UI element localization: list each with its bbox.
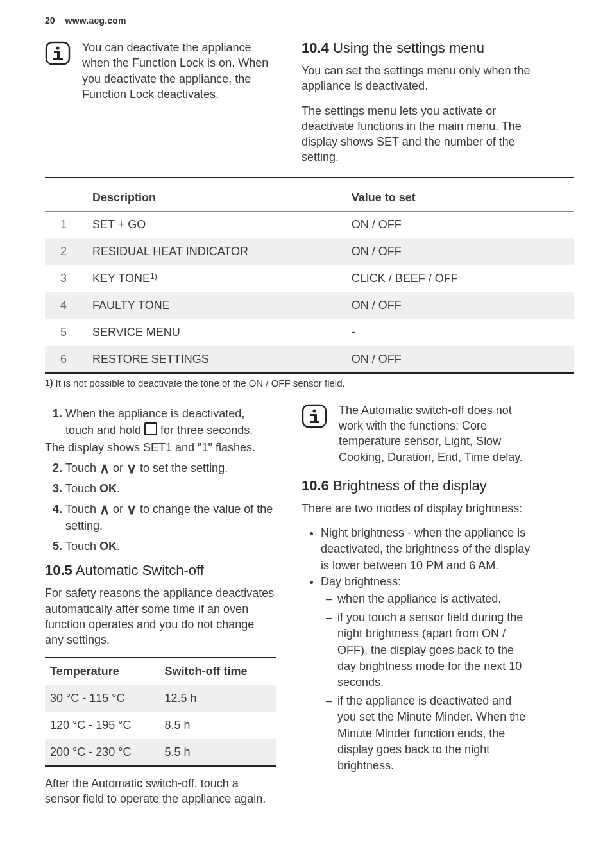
heading-10-5: 10.5 Automatic Switch-off [45, 562, 276, 579]
settings-table-wrap: Description Value to set 1 SET + GO ON /… [45, 177, 574, 388]
list-item: when the appliance is activated. [337, 591, 532, 607]
heading-title: Automatic Switch-off [76, 562, 204, 578]
table-row: 4 FAULTY TONE ON / OFF [45, 292, 574, 319]
steps-list: Touch ∧ or ∨ to set the setting. Touch O… [45, 460, 276, 555]
chevron-down-icon: ∨ [126, 501, 137, 517]
svg-point-1 [56, 46, 59, 49]
cell-temp: 120 °C - 195 °C [45, 712, 159, 739]
cell-time: 12.5 h [159, 685, 276, 712]
info-icon [302, 404, 327, 431]
list-item: if you touch a sensor field during the n… [337, 610, 532, 690]
para-10-4-1: You can set the settings menu only when … [302, 63, 532, 94]
svg-rect-4 [53, 58, 63, 60]
heading-10-6: 10.6 Brightness of the display [302, 478, 532, 494]
ok-label: OK [99, 540, 117, 553]
list-item: Night brightness - when the appliance is… [321, 525, 532, 574]
cell-time: 5.5 h [159, 739, 276, 766]
para-10-4-2: The settings menu lets you activate or d… [302, 103, 532, 165]
th-blank [45, 185, 87, 212]
cell-desc: SERVICE MENU [87, 319, 346, 346]
step-text: Touch [65, 462, 99, 474]
heading-title: Brightness of the display [333, 478, 487, 494]
cell-desc: KEY TONE1) [87, 265, 346, 292]
chevron-up-icon: ∧ [99, 501, 110, 517]
info-note-text: The Automatic switch-off does not work w… [339, 403, 532, 465]
info-note-text: You can deactivate the appliance when th… [82, 40, 276, 102]
brightness-sublist: when the appliance is activated. if you … [321, 591, 532, 774]
steps-list: When the appliance is deactivated, touch… [45, 405, 276, 438]
heading-10-4: 10.4 Using the settings menu [302, 40, 532, 56]
heading-title: Using the settings menu [333, 40, 484, 56]
info-note-right: The Automatic switch-off does not work w… [302, 403, 532, 465]
heading-number: 10.4 [302, 40, 329, 56]
step-text: or [110, 503, 126, 515]
cell-idx: 5 [45, 319, 87, 346]
footnote-ref: 1) [150, 272, 157, 281]
settings-table: Description Value to set 1 SET + GO ON /… [45, 185, 574, 374]
cell-val: ON / OFF [346, 346, 574, 373]
heading-number: 10.5 [45, 562, 72, 578]
step-item: Touch ∧ or ∨ to set the setting. [65, 460, 276, 476]
cell-temp: 30 °C - 115 °C [45, 685, 159, 712]
page: 20 www.aeg.com You can deactivate the ap… [0, 0, 612, 868]
brightness-list: Night brightness - when the appliance is… [302, 525, 532, 774]
svg-rect-3 [57, 51, 60, 59]
cell-val: ON / OFF [346, 292, 574, 319]
para-10-5-1: For safety reasons the appliance deactiv… [45, 585, 276, 647]
cell-temp: 200 °C - 230 °C [45, 739, 159, 766]
step-text: Touch [65, 503, 99, 515]
step-text: Touch [65, 540, 99, 553]
cell-time: 8.5 h [159, 712, 276, 739]
cell-idx: 2 [45, 238, 87, 265]
svg-rect-8 [314, 414, 317, 422]
list-item-text: Day brightness: [321, 575, 401, 588]
info-icon [45, 41, 71, 68]
cell-val: - [346, 319, 574, 346]
th-time: Switch-off time [159, 658, 276, 685]
table-row: 6 RESTORE SETTINGS ON / OFF [45, 346, 574, 373]
table-row: 1 SET + GO ON / OFF [45, 211, 574, 238]
cell-desc: SET + GO [87, 211, 346, 238]
cell-idx: 1 [45, 211, 87, 238]
footnote-text: It is not possible to deactivate the ton… [53, 378, 344, 388]
footnote-num: 1) [45, 378, 53, 388]
table-footnote: 1) It is not possible to deactivate the … [45, 378, 574, 388]
th-desc: Description [87, 185, 346, 212]
ok-label: OK [99, 482, 117, 495]
cell-desc: RESTORE SETTINGS [87, 346, 346, 373]
svg-rect-9 [310, 421, 319, 423]
cell-val: CLICK / BEEF / OFF [346, 265, 574, 292]
cell-val: ON / OFF [346, 211, 574, 238]
row-body: When the appliance is deactivated, touch… [45, 403, 574, 815]
cell-val: ON / OFF [346, 238, 574, 265]
switchoff-table: Temperature Switch-off time 30 °C - 115 … [45, 657, 276, 767]
step-item: When the appliance is deactivated, touch… [65, 405, 276, 438]
cell-idx: 3 [45, 265, 87, 292]
header-url: www.aeg.com [65, 15, 126, 26]
step-text: for three seconds. [157, 424, 253, 437]
cell-idx: 6 [45, 346, 87, 373]
cell-desc: FAULTY TONE [87, 292, 346, 319]
info-note-top: You can deactivate the appliance when th… [45, 40, 276, 102]
step-text: or [110, 462, 126, 474]
table-row: 3 KEY TONE1) CLICK / BEEF / OFF [45, 265, 574, 292]
step-text: Touch [65, 482, 99, 495]
table-row: 30 °C - 115 °C 12.5 h [45, 685, 276, 712]
row-intro: You can deactivate the appliance when th… [45, 40, 574, 174]
th-temp: Temperature [45, 658, 159, 685]
heading-number: 10.6 [302, 478, 329, 494]
svg-point-6 [312, 409, 316, 412]
th-val: Value to set [346, 185, 574, 212]
step-item: Touch OK. [65, 480, 276, 497]
para-10-5-2: After the Automatic switch-off, touch a … [45, 776, 276, 807]
table-row: 2 RESIDUAL HEAT INDICATOR ON / OFF [45, 238, 574, 265]
page-header: 20 www.aeg.com [45, 15, 574, 26]
page-number: 20 [45, 15, 55, 26]
cell-desc: RESIDUAL HEAT INDICATOR [87, 238, 346, 265]
step-text: . [117, 482, 120, 495]
menu-icon [144, 422, 157, 435]
table-row: 5 SERVICE MENU - [45, 319, 574, 346]
chevron-down-icon: ∨ [126, 460, 137, 476]
step-item: Touch OK. [65, 538, 276, 555]
cell-desc-text: KEY TONE [92, 272, 150, 285]
